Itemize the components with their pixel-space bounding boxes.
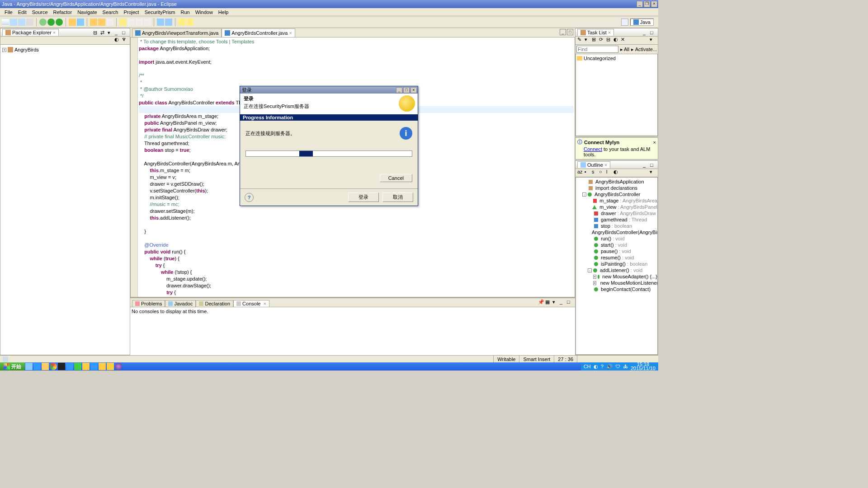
search-icon[interactable] — [106, 19, 113, 26]
restore-button[interactable]: ❐ — [644, 1, 650, 7]
cancel-button[interactable]: 取消 — [382, 192, 413, 202]
sort-icon[interactable]: az — [577, 169, 584, 175]
maximize-editor-icon[interactable]: □ — [567, 29, 573, 35]
outline-item[interactable]: resume() : void — [577, 254, 657, 261]
tray-help-icon[interactable]: ? — [601, 364, 604, 369]
expand-icon[interactable]: - — [582, 192, 586, 197]
schedule-icon[interactable]: ▾ — [585, 37, 591, 43]
menu-refactor[interactable]: Refactor — [51, 9, 75, 15]
view-menu-icon[interactable]: ▾ — [650, 169, 656, 175]
tab-problems[interactable]: Problems — [132, 300, 165, 307]
run-last-icon[interactable] — [56, 19, 63, 26]
outline-item[interactable]: stop : boolean — [577, 223, 657, 229]
outline-item[interactable]: +new MouseAdapter() {...} — [577, 273, 657, 280]
new-task-icon[interactable]: ✎ — [577, 37, 584, 43]
maximize-view-icon[interactable]: □ — [567, 299, 573, 305]
menu-file[interactable]: File — [2, 9, 15, 15]
taskbar-shield2-icon[interactable] — [74, 363, 81, 370]
taskbar-app2-icon[interactable] — [90, 363, 98, 370]
outline-item[interactable]: run() : void — [577, 235, 657, 242]
outline-item[interactable]: import declarations — [577, 185, 657, 191]
focus-icon[interactable]: ◐ — [613, 169, 620, 175]
close-tab-icon[interactable]: × — [262, 301, 266, 306]
outline-tree[interactable]: AngryBirdsApplicationimport declarations… — [576, 177, 658, 355]
activate-filter[interactable]: ▸ Activate... — [631, 47, 657, 52]
help-icon[interactable]: ? — [245, 193, 254, 202]
pin-console-icon[interactable]: 📌 — [538, 299, 544, 305]
save-all-icon[interactable] — [18, 19, 25, 26]
minimize-view-icon[interactable]: _ — [642, 29, 649, 36]
editor-tab-controller[interactable]: AngryBirdsController.java × — [222, 28, 295, 37]
uncategorized-node[interactable]: Uncategorized — [577, 55, 656, 61]
focus-icon[interactable]: ◐ — [613, 37, 620, 43]
menu-run[interactable]: Run — [178, 9, 193, 15]
open-task-icon[interactable] — [98, 19, 105, 26]
tab-declaration[interactable]: Declaration — [196, 300, 233, 307]
toggle-breadcrumb-icon[interactable] — [127, 19, 135, 26]
dialog-minimize-button[interactable]: _ — [396, 87, 402, 93]
outline-item[interactable]: m_stage : AngryBirdsArea — [577, 197, 657, 204]
close-mylyn-icon[interactable]: × — [653, 140, 656, 145]
open-console-icon[interactable]: ▾ — [552, 299, 559, 305]
close-tab-icon[interactable]: × — [608, 30, 611, 35]
categorize-icon[interactable]: ⊞ — [592, 37, 598, 43]
back-icon[interactable] — [178, 19, 185, 26]
view-menu-icon[interactable]: ▾ — [107, 29, 113, 36]
outline-item[interactable]: start() : void — [577, 242, 657, 248]
minimize-button[interactable]: _ — [637, 1, 643, 7]
tray-icon[interactable]: ◐ — [594, 364, 598, 370]
close-tab-icon[interactable]: × — [289, 30, 292, 36]
ime-indicator[interactable]: CH — [584, 364, 591, 369]
project-node[interactable]: + AngryBirds — [2, 47, 128, 53]
dialog-titlebar[interactable]: 登录 _ □ × — [240, 86, 418, 94]
outline-item[interactable]: gamethread : Thread — [577, 216, 657, 223]
close-tab-icon[interactable]: × — [604, 162, 607, 168]
taskbar-app1-icon[interactable] — [82, 363, 90, 370]
new-class-icon[interactable] — [77, 19, 84, 26]
all-filter[interactable]: ▸ All — [620, 47, 630, 52]
tab-console[interactable]: Console× — [233, 300, 269, 307]
menu-edit[interactable]: Edit — [15, 9, 29, 15]
menu-navigate[interactable]: Navigate — [75, 9, 99, 15]
toggle-mark-icon[interactable] — [119, 19, 127, 26]
minimize-view-icon[interactable]: _ — [642, 162, 649, 168]
outline-item[interactable]: pause() : void — [577, 248, 657, 254]
expand-icon[interactable]: - — [588, 268, 592, 272]
mylyn-connect-link[interactable]: Connect — [584, 146, 602, 152]
system-tray[interactable]: CH ◐ ? 🔊 🛡 🖧 15:18 2015/11/10 — [581, 362, 658, 371]
dialog-maximize-button[interactable]: □ — [403, 87, 410, 93]
taskbar-app3-icon[interactable] — [99, 363, 106, 370]
taskbar-chrome-icon[interactable] — [50, 363, 57, 370]
debug-icon[interactable] — [39, 19, 47, 26]
hide-fields-icon[interactable]: ▪ — [585, 169, 591, 175]
minimize-view-icon[interactable]: _ — [560, 299, 566, 305]
run-icon[interactable] — [47, 19, 55, 26]
maximize-view-icon[interactable]: □ — [122, 29, 128, 36]
collapse-icon[interactable]: ⊟ — [606, 37, 613, 43]
hide-nonpublic-icon[interactable]: ○ — [599, 169, 605, 175]
dialog-close-button[interactable]: × — [410, 87, 417, 93]
tray-volume-icon[interactable]: 🔊 — [606, 364, 613, 370]
tasklist-tab[interactable]: Task List × — [577, 29, 614, 36]
menu-securityprism[interactable]: SecurityPrism — [142, 9, 178, 15]
minimize-view-icon[interactable]: _ — [114, 29, 121, 36]
taskbar-terminal-icon[interactable] — [58, 363, 65, 370]
clock-date[interactable]: 2015/11/10 — [631, 366, 656, 371]
start-button[interactable]: 开始 — [0, 362, 25, 371]
link-editor-icon[interactable]: ⇄ — [100, 29, 106, 36]
open-perspective-icon[interactable] — [621, 19, 628, 26]
sync-icon[interactable]: ⟳ — [599, 37, 605, 43]
outline-item[interactable]: isPainting() : boolean — [577, 261, 657, 267]
show-whitespace-icon[interactable] — [144, 19, 151, 26]
outline-item[interactable]: beginContact(Contact) — [577, 286, 657, 292]
package-explorer-tree[interactable]: + AngryBirds — [0, 45, 130, 355]
expand-icon[interactable]: + — [593, 275, 596, 279]
tray-shield-icon[interactable]: 🛡 — [615, 364, 620, 369]
outline-item[interactable]: m_view : AngryBirdsPanel — [577, 204, 657, 210]
new-package-icon[interactable] — [69, 19, 76, 26]
open-type-icon[interactable] — [90, 19, 97, 26]
expand-icon[interactable]: + — [593, 281, 596, 285]
filter-icon[interactable]: ⛛ — [122, 37, 128, 43]
progress-cancel-button[interactable]: Cancel — [380, 174, 412, 182]
menu-search[interactable]: Search — [100, 9, 121, 15]
